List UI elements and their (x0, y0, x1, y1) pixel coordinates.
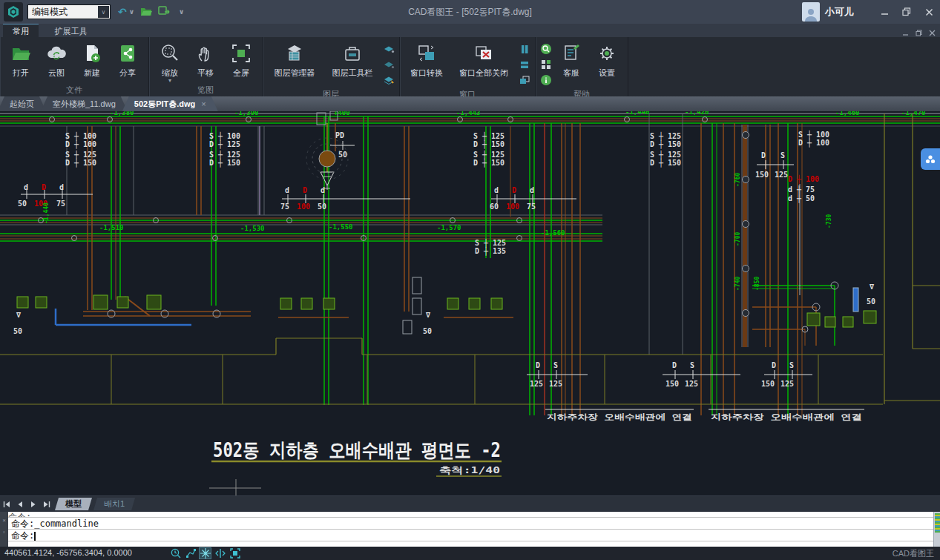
svg-text:150: 150 (761, 380, 775, 388)
tile-horizontal-icon[interactable] (519, 59, 530, 73)
svg-text:d: d (321, 186, 325, 194)
window-switch-button[interactable]: 窗口转换 (403, 40, 450, 79)
chevron-down-icon[interactable]: ∨ (98, 6, 109, 18)
undo-icon[interactable]: ↶ (118, 6, 127, 18)
save-export-icon[interactable] (158, 6, 170, 19)
ribbon-group-window: 窗口转换 窗口全部关闭 窗口 (400, 37, 536, 96)
share-button[interactable]: 分享 (110, 40, 145, 79)
layer-edit-icon[interactable] (383, 75, 395, 88)
svg-text:D: D (536, 361, 540, 369)
doc-tab-start-page[interactable]: 起始页 (0, 96, 46, 111)
svg-text:d ┼ 75: d ┼ 75 (788, 185, 815, 194)
app-logo-icon (4, 2, 23, 22)
layer-on-icon[interactable] (383, 44, 395, 57)
tab-extended-tools[interactable]: 扩展工具 (45, 24, 96, 38)
drawing-canvas[interactable]: S ┼ 100D ┼ 100S ┼ 125D ┼ 150S ┼ 100D ┼ 1… (0, 111, 940, 495)
cascade-windows-icon[interactable] (519, 75, 530, 88)
svg-text:50: 50 (13, 327, 22, 335)
layer-toolbar-button[interactable]: 图层工具栏 (323, 40, 381, 79)
svg-text:d ┼ 50: d ┼ 50 (788, 194, 815, 203)
command-history[interactable]: 命令: 命令:_commandline 命令: (8, 512, 933, 547)
svg-text:∇: ∇ (16, 311, 22, 319)
zoom-button[interactable]: 缩放 ▾ (152, 40, 188, 83)
layer-manager-icon (283, 42, 306, 65)
svg-text:D ┼ 100: D ┼ 100 (788, 174, 819, 184)
support-button[interactable]: 客服 (553, 40, 589, 79)
undo-chevron-icon[interactable]: ∨ (129, 8, 134, 16)
tab-common[interactable]: 常用 (3, 24, 39, 37)
new-button[interactable]: 新建 (74, 40, 110, 79)
svg-text:d: d (24, 183, 28, 191)
command-scrollbar[interactable] (933, 512, 940, 547)
svg-text:D ┼ 100: D ┼ 100 (798, 138, 829, 148)
help-grid-icon[interactable] (540, 59, 552, 73)
statusbar: 440561.4124, -65756.3404, 0.0000 CAD看图王 (0, 547, 940, 560)
svg-text:D ┼ 135: D ┼ 135 (475, 246, 506, 256)
open-file-icon[interactable] (140, 6, 152, 19)
prev-sheet-button[interactable] (13, 498, 27, 510)
crosshair-icon[interactable] (199, 547, 211, 559)
split-view-icon[interactable] (214, 547, 226, 559)
sheet-tab-model[interactable]: 模型 (55, 498, 92, 510)
layer-manager-button[interactable]: 图层管理器 (266, 40, 323, 79)
svg-text:축척:1/40: 축척:1/40 (439, 465, 500, 475)
cad-drawing: S ┼ 100D ┼ 100S ┼ 125D ┼ 150S ┼ 100D ┼ 1… (0, 111, 940, 495)
quickbar-more-icon[interactable]: ∨ (179, 8, 184, 16)
svg-text:50: 50 (338, 151, 347, 159)
last-sheet-button[interactable] (40, 498, 53, 510)
user-avatar[interactable] (802, 2, 820, 22)
command-panel-grip[interactable]: × ▫ (0, 512, 8, 547)
help-search-icon[interactable] (540, 43, 552, 58)
info-icon[interactable] (540, 74, 552, 89)
svg-text:-730: -730 (826, 214, 832, 228)
layer-off-icon[interactable] (383, 59, 395, 73)
cloud-button[interactable]: 云图 (39, 40, 74, 79)
next-sheet-button[interactable] (27, 498, 40, 510)
command-input-row[interactable]: 命令: (8, 530, 933, 541)
window-close-all-button[interactable]: 窗口全部关闭 (450, 40, 517, 79)
svg-text:지하주차장 오배수배관에 연결: 지하주차장 오배수배관에 연결 (547, 412, 692, 422)
ribbon-group-view: 缩放 ▾ 平移 全屏 览图 (149, 37, 263, 96)
open-button[interactable]: 打开 (3, 40, 39, 79)
selection-box-icon[interactable] (229, 547, 241, 559)
group-label-view: 览图 (152, 85, 259, 96)
pan-button[interactable]: 平移 (188, 40, 223, 79)
layer-toolbar-icon (341, 42, 364, 65)
group-label-file: 文件 (3, 85, 145, 96)
pause-icon[interactable] (519, 44, 530, 57)
svg-text:지하주차장 오배수배관에 연결: 지하주차장 오배수배관에 연결 (711, 412, 862, 422)
fullscreen-button[interactable]: 全屏 (223, 40, 259, 79)
first-sheet-button[interactable] (0, 498, 13, 510)
svg-text:D ┼ 150: D ┼ 150 (209, 158, 240, 168)
svg-text:D ┼ 150: D ┼ 150 (65, 158, 96, 168)
svg-text:-1,380: -1,380 (110, 111, 134, 116)
measure-icon[interactable] (184, 547, 197, 559)
zoom-history-icon[interactable] (169, 547, 182, 559)
username-label[interactable]: 小可儿 (825, 5, 854, 19)
svg-text:100: 100 (297, 202, 310, 211)
doc-tab-502-pit-dwg[interactable]: 502동PIT층.dwg× (122, 96, 218, 111)
svg-text:50: 50 (867, 297, 875, 306)
svg-text:-700: -700 (734, 232, 741, 246)
close-button[interactable] (918, 0, 940, 24)
svg-text:-1,470: -1,470 (901, 111, 926, 116)
open-folder-icon (10, 42, 32, 65)
zoom-icon (159, 42, 181, 65)
command-pin-icon[interactable]: ▫ (3, 530, 5, 536)
zoom-dropdown-icon[interactable]: ▾ (168, 79, 171, 83)
settings-button[interactable]: 设置 (589, 40, 625, 79)
doc-tab-stairs-dwg[interactable]: 室外楼梯_11.dwg (41, 96, 128, 111)
minimize-button[interactable] (873, 0, 895, 24)
tab-close-icon[interactable]: × (201, 99, 206, 108)
edit-mode-value: 编辑模式 (32, 6, 68, 19)
command-close-icon[interactable]: × (2, 518, 6, 524)
svg-text:+400: +400 (334, 111, 350, 116)
command-scrollbar-thumb[interactable] (935, 513, 940, 533)
svg-text:50: 50 (318, 202, 326, 211)
edit-mode-select[interactable]: 编辑模式 ∨ (27, 4, 111, 19)
sheet-tab-layout1[interactable]: 배치1 (93, 498, 135, 510)
restore-button[interactable] (895, 0, 918, 24)
cloud-share-float-button[interactable] (921, 148, 940, 170)
svg-text:75: 75 (280, 202, 289, 211)
svg-text:-1,530: -1,530 (240, 225, 265, 232)
